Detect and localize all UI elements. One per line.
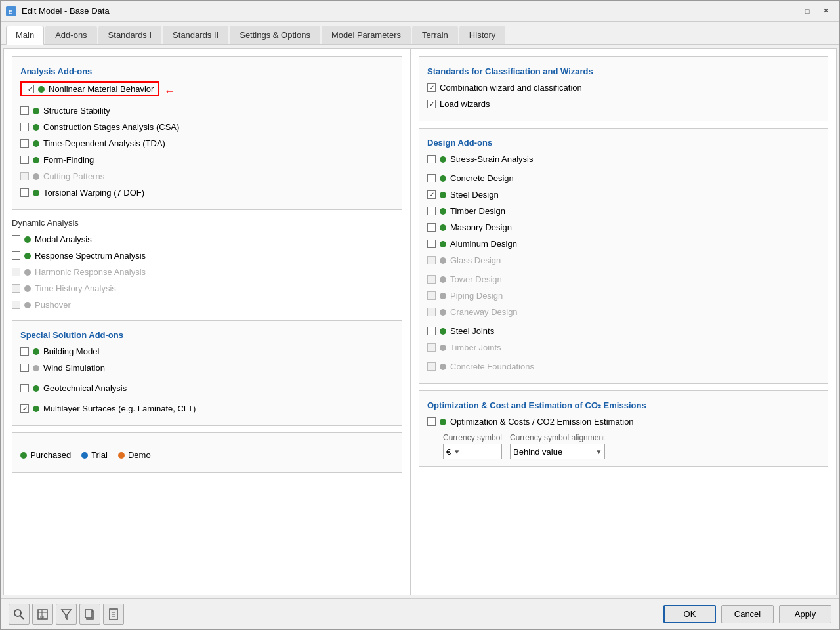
alignment-dropdown-arrow: ▼ [596, 448, 602, 455]
aluminum-design-label: Aluminum Design [450, 239, 517, 249]
currency-alignment-dropdown[interactable]: Behind value ▼ [510, 444, 605, 459]
form-finding-row: Form-Finding [20, 154, 394, 166]
response-spectrum-dot [24, 253, 31, 259]
optimization-label: Optimization & Costs / CO2 Emission Esti… [450, 417, 634, 427]
modal-analysis-dot [24, 236, 31, 243]
currency-symbol-dropdown[interactable]: € ▼ [443, 444, 502, 459]
nonlinear-label: Nonlinear Material Behavior [49, 84, 154, 94]
harmonic-response-row: Harmonic Response Analysis [12, 266, 402, 278]
tab-history[interactable]: History [459, 26, 505, 44]
response-spectrum-checkbox[interactable] [12, 251, 20, 260]
standards-title: Standards for Classification and Wizards [427, 66, 820, 76]
concrete-design-dot [440, 175, 446, 182]
toolbar-btn-4[interactable] [79, 604, 100, 625]
tda-checkbox[interactable] [20, 139, 29, 148]
tab-standards1[interactable]: Standards I [98, 26, 162, 44]
apply-button[interactable]: Apply [779, 605, 831, 623]
bottom-bar: 0.0 [1, 598, 839, 629]
tab-main[interactable]: Main [6, 26, 44, 45]
geotechnical-checkbox[interactable] [20, 384, 29, 392]
currency-dropdown-arrow: ▼ [453, 448, 460, 455]
geotechnical-row: Geotechnical Analysis [20, 382, 394, 394]
craneway-design-row: Craneway Design [427, 306, 820, 318]
toolbar-btn-3[interactable] [56, 604, 77, 625]
search-icon [13, 608, 25, 620]
form-finding-checkbox[interactable] [20, 156, 29, 164]
dynamic-analysis-section: Dynamic Analysis Modal Analysis Response… [12, 218, 402, 320]
ok-button[interactable]: OK [663, 605, 716, 623]
copy-icon [84, 608, 96, 620]
load-wizards-checkbox[interactable] [427, 100, 436, 108]
form-finding-dot [33, 157, 39, 163]
currency-symbol-label: Currency symbol [443, 433, 502, 442]
steel-design-checkbox[interactable] [427, 190, 436, 199]
tab-settings[interactable]: Settings & Options [230, 26, 320, 44]
analysis-addons-section: Analysis Add-ons Nonlinear Material Beha… [12, 56, 402, 210]
geotechnical-label: Geotechnical Analysis [43, 383, 127, 393]
demo-label: Demo [128, 450, 151, 460]
torsional-warping-checkbox[interactable] [20, 188, 29, 197]
multilayer-checkbox[interactable] [20, 404, 29, 413]
pushover-label: Pushover [35, 300, 71, 310]
optimization-checkbox[interactable] [427, 417, 436, 426]
time-history-label: Time History Analysis [35, 284, 116, 293]
tab-addons[interactable]: Add-ons [45, 26, 96, 44]
concrete-design-checkbox[interactable] [427, 174, 436, 182]
table-icon: 0.0 [37, 608, 49, 620]
torsional-warping-row: Torsional Warping (7 DOF) [20, 186, 394, 199]
svg-rect-10 [85, 610, 92, 618]
aluminum-design-checkbox[interactable] [427, 240, 436, 248]
legend-trial: Trial [81, 450, 108, 460]
geotechnical-dot [33, 385, 39, 392]
title-bar-controls: — □ ✕ [780, 5, 834, 18]
cancel-button[interactable]: Cancel [721, 605, 774, 623]
steel-design-dot [440, 192, 446, 198]
close-button[interactable]: ✕ [817, 5, 834, 18]
tab-model-params[interactable]: Model Parameters [322, 26, 411, 44]
svg-point-2 [14, 610, 21, 616]
timber-design-checkbox[interactable] [427, 207, 436, 215]
optimization-title: Optimization & Cost and Estimation of CO… [427, 400, 820, 410]
steel-joints-label: Steel Joints [450, 326, 494, 336]
demo-dot [118, 452, 125, 459]
minimize-button[interactable]: — [780, 5, 797, 18]
currency-row: Currency symbol € ▼ Currency symbol alig… [443, 433, 820, 459]
modal-analysis-label: Modal Analysis [35, 234, 92, 244]
steel-joints-dot [440, 328, 446, 335]
toolbar-btn-2[interactable]: 0.0 [32, 604, 53, 625]
nonlinear-checkbox[interactable] [26, 85, 34, 93]
nonlinear-row-wrapper: Nonlinear Material Behavior ← [20, 81, 394, 100]
wind-simulation-dot [33, 365, 39, 371]
concrete-foundations-checkbox [427, 362, 436, 371]
piping-design-dot [440, 293, 446, 299]
wind-simulation-row: Wind Simulation [20, 362, 394, 374]
toolbar-btn-5[interactable] [103, 604, 124, 625]
steel-joints-checkbox[interactable] [427, 327, 436, 335]
time-history-row: Time History Analysis [12, 282, 402, 295]
cutting-patterns-checkbox [20, 172, 29, 180]
tower-design-label: Tower Design [450, 274, 502, 284]
masonry-design-checkbox[interactable] [427, 223, 436, 232]
csa-checkbox[interactable] [20, 123, 29, 131]
right-panel: Standards for Classification and Wizards… [411, 49, 836, 595]
tab-terrain[interactable]: Terrain [412, 26, 458, 44]
torsional-warping-label: Torsional Warping (7 DOF) [43, 188, 144, 198]
stress-strain-checkbox[interactable] [427, 155, 436, 163]
building-model-checkbox[interactable] [20, 347, 29, 356]
structure-stability-checkbox[interactable] [20, 106, 29, 115]
toolbar-btn-1[interactable] [9, 604, 30, 625]
combination-wizard-checkbox[interactable] [427, 83, 436, 92]
modal-analysis-checkbox[interactable] [12, 235, 20, 243]
optimization-item-row: Optimization & Costs / CO2 Emission Esti… [427, 415, 820, 428]
left-panel: Analysis Add-ons Nonlinear Material Beha… [4, 49, 411, 595]
timber-joints-row: Timber Joints [427, 341, 820, 354]
wind-simulation-checkbox[interactable] [20, 364, 29, 372]
maximize-button[interactable]: □ [799, 5, 816, 18]
masonry-design-dot [440, 224, 446, 231]
tab-standards2[interactable]: Standards II [163, 26, 228, 44]
pushover-checkbox [12, 301, 20, 309]
purchased-label: Purchased [30, 450, 71, 460]
stress-strain-row: Stress-Strain Analysis [427, 153, 820, 165]
optimization-dot [440, 419, 446, 425]
app-icon: E [6, 6, 16, 16]
